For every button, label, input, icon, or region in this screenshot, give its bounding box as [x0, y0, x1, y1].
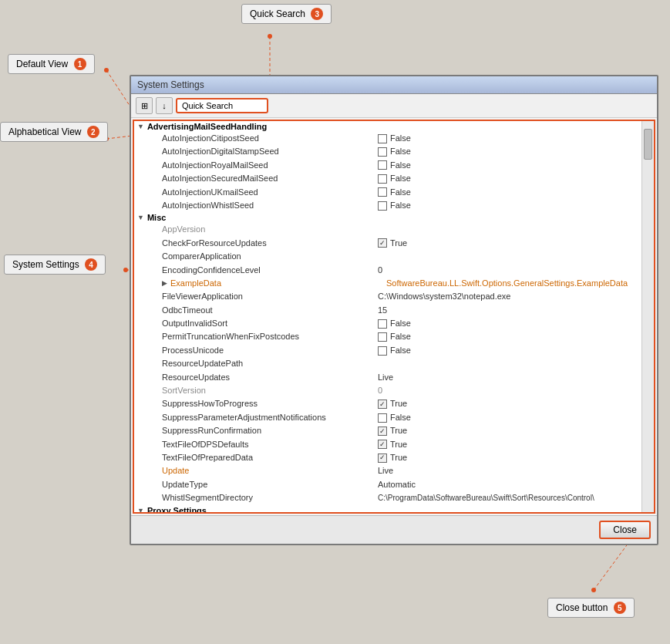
prop-name: AutoInjectionSecuredMailSeed [162, 173, 378, 184]
list-item[interactable]: Update Live [146, 464, 641, 477]
dialog-content: ▼ AdvertisingMailSeedHandling AutoInject… [133, 120, 655, 514]
checkbox-icon: ✓ [378, 453, 387, 463]
prop-name: CheckForResourceUpdates [162, 238, 378, 249]
list-item[interactable]: ResourceUpdatePath [146, 357, 641, 370]
list-item[interactable]: ComparerApplication [146, 250, 641, 263]
collapse-triangle: ▼ [137, 507, 144, 512]
checkbox-icon [378, 187, 387, 197]
list-item[interactable]: TextFileOfPreparedData ✓ True [146, 451, 641, 464]
list-item[interactable]: SuppressHowToProgress ✓ True [146, 397, 641, 410]
group-advertising[interactable]: ▼ AdvertisingMailSeedHandling [134, 121, 641, 132]
checkbox-icon [378, 201, 387, 211]
list-item[interactable]: AutoInjectionUKmailSeed False [146, 186, 641, 199]
prop-value: False [378, 200, 411, 211]
prop-name: OutputInvalidSort [162, 318, 378, 329]
prop-value: False [378, 146, 411, 157]
checkbox-icon: ✓ [378, 440, 387, 449]
quick-search-input[interactable] [176, 98, 268, 113]
list-item[interactable]: UpdateType Automatic [146, 478, 641, 491]
prop-name: AppVersion [162, 224, 378, 235]
sort-button[interactable]: ↓ [156, 97, 173, 114]
dialog-title: System Settings [137, 79, 204, 90]
quick-search-top-label: Quick Search [250, 8, 305, 19]
list-item[interactable]: ProcessUnicode False [146, 344, 641, 357]
collapse-triangle: ▼ [137, 214, 144, 221]
prop-name: AutoInjectionCitipostSeed [162, 133, 378, 144]
svg-point-9 [591, 588, 596, 592]
prop-value: 0 [378, 385, 382, 396]
prop-name: PermitTruncationWhenFixPostcodes [162, 331, 378, 342]
list-item[interactable]: OdbcTimeout 15 [146, 304, 641, 317]
prop-value: False [378, 412, 411, 423]
system-settings-callout[interactable]: System Settings 4 [4, 255, 106, 275]
prop-value: ✓ True [378, 398, 407, 410]
prop-value: False [378, 318, 411, 329]
scrollbar[interactable] [641, 121, 654, 512]
prop-value: 0 [378, 265, 382, 276]
prop-value: Live [378, 372, 393, 383]
close-button[interactable]: Close [599, 521, 651, 539]
sort-icon: ↓ [162, 101, 167, 110]
prop-value: False [378, 173, 411, 184]
checkbox-icon: ✓ [378, 427, 387, 436]
prop-value: ✓ True [378, 452, 407, 464]
dialog-toolbar: ⊞ ↓ [131, 94, 657, 118]
group-misc[interactable]: ▼ Misc [134, 212, 641, 223]
callout-number-1: 1 [74, 58, 86, 70]
settings-tree[interactable]: ▼ AdvertisingMailSeedHandling AutoInject… [134, 121, 641, 512]
list-item[interactable]: ▶ ExampleData SoftwareBureau.LL.Swift.Op… [146, 277, 641, 290]
list-item[interactable]: AutoInjectionSecuredMailSeed False [146, 172, 641, 185]
dialog-titlebar: System Settings [131, 76, 657, 94]
list-item[interactable]: WhistlSegmentDirectory C:\ProgramData\So… [146, 491, 641, 504]
expand-icon[interactable]: ▶ [162, 278, 167, 288]
default-view-button[interactable]: ⊞ [136, 97, 153, 114]
list-item[interactable]: SuppressRunConfirmation ✓ True [146, 424, 641, 437]
grid-icon: ⊞ [141, 101, 148, 111]
prop-name: ProcessUnicode [162, 345, 378, 356]
prop-value: SoftwareBureau.LL.Swift.Options.GeneralS… [386, 278, 628, 289]
close-button-callout[interactable]: Close button 5 [547, 598, 635, 618]
quick-search-top-callout[interactable]: Quick Search 3 [241, 4, 332, 24]
close-button-callout-label: Close button [556, 602, 608, 613]
prop-name: UpdateType [162, 479, 378, 491]
list-item[interactable]: EncodingConfidenceLevel 0 [146, 264, 641, 277]
list-item[interactable]: AutoInjectionRoyalMailSeed False [146, 159, 641, 172]
prop-name: ComparerApplication [162, 251, 378, 262]
list-item[interactable]: AppVersion [146, 223, 641, 236]
callout-number-5: 5 [614, 602, 626, 614]
prop-value: ✓ True [378, 425, 407, 437]
group-proxy[interactable]: ▼ Proxy Settings [134, 505, 641, 512]
list-item[interactable]: SuppressParameterAdjustmentNotifications… [146, 411, 641, 424]
prop-value: False [378, 345, 411, 356]
list-item[interactable]: AutoInjectionCitipostSeed False [146, 132, 641, 145]
default-view-callout[interactable]: Default View 1 [8, 54, 95, 74]
prop-value: ✓ True [378, 238, 407, 249]
checkbox-icon [378, 413, 387, 423]
checkbox-icon [378, 174, 387, 184]
prop-name: ResourceUpdates [162, 372, 378, 383]
list-item[interactable]: CheckForResourceUpdates ✓ True [146, 237, 641, 250]
close-label: Close [613, 524, 637, 535]
scroll-thumb[interactable] [644, 129, 652, 160]
prop-name: AutoInjectionWhistlSeed [162, 200, 378, 211]
list-item[interactable]: AutoInjectionDigitalStampSeed False [146, 145, 641, 158]
alphabetical-view-callout[interactable]: Alphabetical View 2 [0, 122, 108, 142]
prop-name: Update [162, 465, 378, 477]
prop-name: SuppressHowToProgress [162, 398, 378, 410]
list-item[interactable]: ResourceUpdates Live [146, 371, 641, 384]
prop-name: AutoInjectionRoyalMailSeed [162, 160, 378, 171]
default-view-label: Default View [16, 59, 68, 69]
prop-value: False [378, 187, 411, 198]
prop-name: TextFileOfPreparedData [162, 452, 378, 464]
prop-name: EncodingConfidenceLevel [162, 265, 378, 276]
checkbox-icon [378, 147, 387, 157]
list-item[interactable]: AutoInjectionWhistlSeed False [146, 199, 641, 212]
prop-value: False [378, 160, 411, 171]
list-item[interactable]: FileViewerApplication C:\Windows\system3… [146, 290, 641, 303]
list-item[interactable]: PermitTruncationWhenFixPostcodes False [146, 330, 641, 343]
list-item[interactable]: SortVersion 0 [146, 384, 641, 397]
list-item[interactable]: TextFileOfDPSDefaults ✓ True [146, 438, 641, 451]
prop-name: OdbcTimeout [162, 305, 378, 316]
list-item[interactable]: OutputInvalidSort False [146, 317, 641, 330]
svg-point-5 [268, 34, 272, 39]
